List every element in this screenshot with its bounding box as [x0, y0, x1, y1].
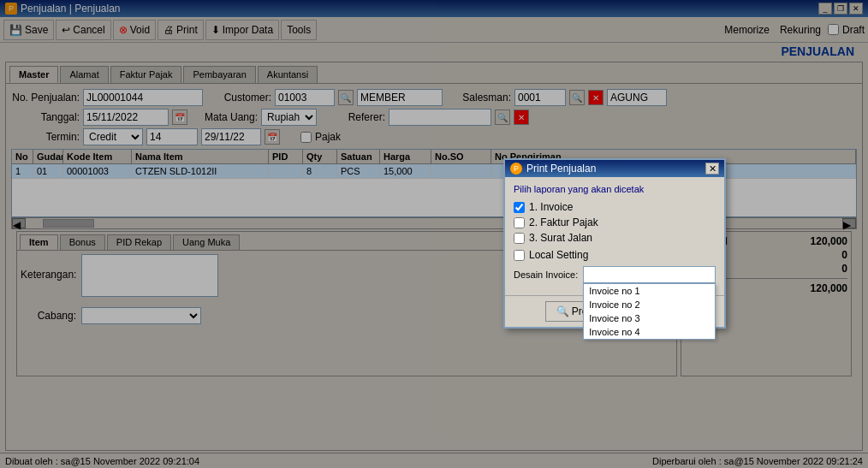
- print-dialog: P Print Penjualan ✕ Pilih laporan yang a…: [503, 158, 726, 329]
- option3-row: 3. Surat Jalan: [514, 232, 716, 244]
- modal-overlay: P Print Penjualan ✕ Pilih laporan yang a…: [0, 0, 868, 468]
- option2-row: 2. Faktur Pajak: [514, 216, 716, 228]
- option3-checkbox[interactable]: [514, 233, 525, 244]
- desain-label: Desain Invoice:: [514, 270, 578, 280]
- preview-icon: 🔍: [556, 305, 569, 317]
- desain-dropdown-list: Invoice no 1 Invoice no 2 Invoice no 3 I…: [583, 283, 716, 340]
- option3-label: 3. Surat Jalan: [529, 232, 592, 244]
- modal-title-bar: P Print Penjualan ✕: [505, 160, 724, 177]
- dropdown-item-3[interactable]: Invoice no 3: [584, 311, 715, 325]
- desain-select[interactable]: Invoice no 1 Invoice no 2 Invoice no 3 I…: [583, 266, 716, 283]
- option2-label: 2. Faktur Pajak: [529, 216, 598, 228]
- option2-checkbox[interactable]: [514, 217, 525, 228]
- dropdown-item-2[interactable]: Invoice no 2: [584, 298, 715, 311]
- local-setting-row: Local Setting: [514, 249, 716, 261]
- dropdown-item-1[interactable]: Invoice no 1: [584, 284, 715, 298]
- modal-title-text: Print Penjualan: [526, 163, 596, 175]
- local-setting-label: Local Setting: [529, 249, 588, 261]
- desain-select-container: Invoice no 1 Invoice no 2 Invoice no 3 I…: [583, 266, 716, 283]
- desain-row: Desain Invoice: Invoice no 1 Invoice no …: [514, 266, 716, 283]
- option1-label: 1. Invoice: [529, 201, 573, 213]
- dropdown-item-4[interactable]: Invoice no 4: [584, 325, 715, 339]
- option1-row: 1. Invoice: [514, 201, 716, 213]
- modal-subtitle: Pilih laporan yang akan dicetak: [514, 184, 716, 194]
- modal-close-btn[interactable]: ✕: [705, 163, 719, 175]
- modal-body: Pilih laporan yang akan dicetak 1. Invoi…: [505, 177, 724, 295]
- local-setting-checkbox[interactable]: [514, 250, 525, 261]
- modal-icon: P: [510, 163, 522, 175]
- option1-checkbox[interactable]: [514, 202, 525, 213]
